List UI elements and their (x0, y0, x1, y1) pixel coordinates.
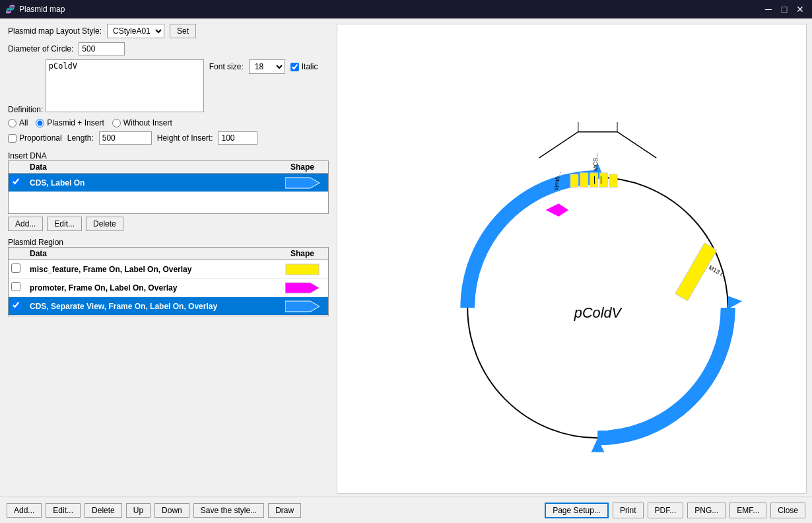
set-button[interactable]: Set (170, 24, 196, 38)
proportional-label: Proportional (8, 133, 62, 143)
row-shape (279, 176, 325, 190)
length-label: Length: (67, 133, 94, 143)
pdf-button[interactable]: PDF... (648, 503, 684, 518)
height-insert-label: Height of Insert: (157, 133, 213, 143)
plasmid-up-button[interactable]: Up (126, 503, 151, 518)
radio-plasmid-insert-label: Plasmid + Insert (36, 118, 104, 127)
length-input[interactable] (99, 131, 152, 145)
layout-style-select[interactable]: CStyleA01 (107, 24, 164, 38)
plasmid-map-panel: pColdV synth... MCS... M13 r... (337, 24, 807, 494)
row-checkbox[interactable] (11, 282, 20, 291)
font-size-label: Font size: (209, 62, 244, 71)
row-data: CDS, Label On (27, 178, 279, 188)
shape-rect-yellow-icon (285, 263, 320, 276)
svg-marker-3 (285, 301, 320, 312)
radio-group: All Plasmid + Insert Without Insert (8, 118, 329, 127)
plasmid-label: pColdV (574, 304, 623, 321)
row-shape (279, 300, 325, 313)
data-col-header: Data (27, 162, 279, 172)
print-button[interactable]: Print (613, 503, 644, 518)
shape-arrow-magenta-icon (285, 281, 320, 295)
bottom-bar-right-buttons: Page Setup... Print PDF... PNG... EMF...… (545, 503, 805, 518)
restore-button[interactable]: □ (778, 3, 791, 16)
emf-button[interactable]: EMF... (729, 503, 766, 518)
row-check-col (11, 263, 27, 275)
diameter-row: Diameter of Circle: (8, 42, 329, 55)
svg-rect-18 (609, 174, 617, 188)
title-bar: 🧬 Plasmid map ─ □ ✕ (0, 0, 812, 18)
row-checkbox[interactable] (11, 177, 20, 186)
table-row[interactable]: CDS, Separate View, Frame On, Label On, … (9, 297, 328, 316)
row-shape (279, 281, 325, 295)
svg-marker-0 (285, 178, 320, 188)
radio-plasmid-insert[interactable] (36, 119, 44, 127)
bottom-bar: Add... Edit... Delete Up Down Save the s… (0, 497, 812, 523)
plasmid-add-button[interactable]: Add... (7, 503, 42, 518)
table-row[interactable]: misc_feature, Frame On, Label On, Overla… (9, 260, 328, 279)
shape-arrow-blue-icon (285, 176, 320, 190)
radio-without-insert-label: Without Insert (112, 118, 172, 127)
insert-dna-section: Insert DNA Data Shape CDS, Label On (8, 149, 329, 231)
svg-rect-4 (337, 48, 806, 471)
definition-textarea[interactable]: pColdV (46, 59, 204, 112)
row-data: misc_feature, Frame On, Label On, Overla… (27, 265, 279, 274)
row-data: promoter, Frame On, Label On, Overlay (27, 283, 279, 293)
insert-dna-rows: CDS, Label On (9, 174, 328, 213)
radio-all[interactable] (8, 119, 17, 127)
proportional-checkbox[interactable] (8, 134, 17, 143)
title-bar-left: 🧬 Plasmid map (5, 5, 65, 14)
row-shape (279, 263, 325, 276)
close-window-button[interactable]: ✕ (794, 3, 807, 16)
diameter-label: Diameter of Circle: (8, 44, 73, 53)
radio-without-insert[interactable] (112, 119, 121, 127)
pr-data-col-header: Data (27, 249, 279, 258)
italic-checkbox[interactable] (290, 63, 299, 71)
layout-style-label: Plasmid map Layout Style: (8, 26, 102, 36)
window-title: Plasmid map (19, 5, 65, 14)
definition-label: Definition: (8, 105, 43, 114)
definition-group: Definition: pColdV (8, 59, 204, 114)
table-row[interactable]: promoter, Frame On, Label On, Overlay (9, 279, 328, 297)
plasmid-region-header: Plasmid Region (8, 238, 329, 247)
insert-dna-buttons: Add... Edit... Delete (8, 217, 329, 231)
insert-delete-button[interactable]: Delete (86, 217, 123, 231)
svg-rect-14 (570, 174, 578, 188)
plasmid-down-button[interactable]: Down (154, 503, 189, 518)
page-setup-button[interactable]: Page Setup... (545, 503, 609, 518)
insert-add-button[interactable]: Add... (8, 217, 43, 231)
row-data: CDS, Separate View, Frame On, Label On, … (27, 302, 279, 311)
svg-rect-1 (286, 264, 319, 275)
title-bar-controls: ─ □ ✕ (762, 3, 807, 16)
font-size-select[interactable]: 18 12 14 16 20 24 (249, 59, 285, 74)
definition-row: Definition: pColdV Font size: 18 12 14 1… (8, 59, 329, 114)
minimize-button[interactable]: ─ (762, 3, 775, 16)
height-insert-input[interactable] (218, 131, 257, 145)
draw-button[interactable]: Draw (268, 503, 301, 518)
left-panel: Plasmid map Layout Style: CStyleA01 Set … (0, 18, 337, 497)
main-container: Plasmid map Layout Style: CStyleA01 Set … (0, 18, 812, 497)
mcs-label: MCS... (592, 153, 599, 171)
layout-style-row: Plasmid map Layout Style: CStyleA01 Set (8, 24, 329, 38)
plasmid-edit-button[interactable]: Edit... (46, 503, 81, 518)
row-checkbox[interactable] (11, 300, 20, 310)
plasmid-map-svg: pColdV synth... MCS... M13 r... (337, 24, 806, 493)
insert-edit-button[interactable]: Edit... (47, 217, 82, 231)
insert-dna-header: Insert DNA (8, 151, 329, 160)
row-check-col (11, 282, 27, 293)
close-button[interactable]: Close (770, 503, 805, 518)
app-icon: 🧬 (5, 5, 15, 14)
png-button[interactable]: PNG... (687, 503, 726, 518)
save-style-button[interactable]: Save the style... (193, 503, 264, 518)
plasmid-region-table: Data Shape misc_feature, Frame On, Label… (8, 247, 329, 316)
row-checkbox[interactable] (11, 263, 20, 273)
font-settings: Font size: 18 12 14 16 20 24 Italic (209, 59, 318, 74)
diameter-input[interactable] (79, 42, 125, 55)
plasmid-region-table-header: Data Shape (9, 248, 328, 260)
plasmid-delete-button[interactable]: Delete (85, 503, 122, 518)
shape-col-header: Shape (279, 162, 325, 172)
pr-shape-col-header: Shape (279, 249, 325, 258)
font-size-row: Font size: 18 12 14 16 20 24 Italic (209, 59, 318, 74)
table-row[interactable]: CDS, Label On (9, 174, 328, 192)
svg-marker-2 (285, 283, 320, 293)
row-check-col (11, 300, 27, 312)
